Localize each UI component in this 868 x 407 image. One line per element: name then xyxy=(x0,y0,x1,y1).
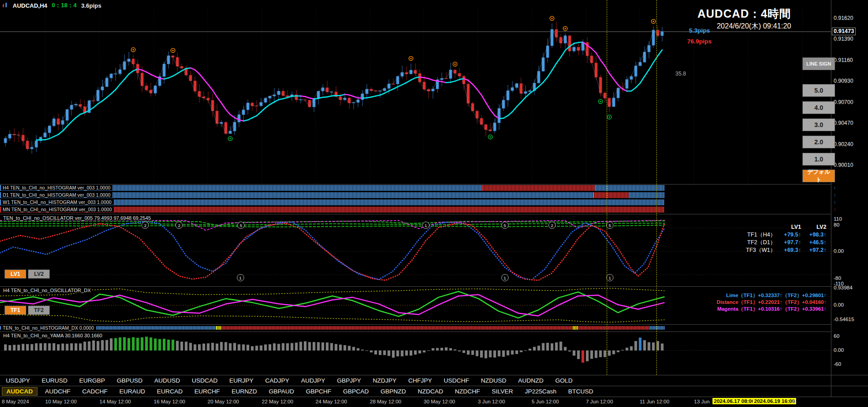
symbol-tab-gbpnzd[interactable]: GBPNZD xyxy=(375,388,412,395)
symbol-tab-eurcad[interactable]: EURCAD xyxy=(151,388,189,395)
price-axis-label: 0.90240 xyxy=(834,141,853,147)
chart-title: AUDCAD：4時間 xyxy=(698,6,791,21)
time-axis: 8 May 202410 May 12:0014 May 12:0016 May… xyxy=(0,397,868,407)
symbol-tab-gold[interactable]: GOLD xyxy=(549,377,578,384)
symbol-tab-gbpaud[interactable]: GBPAUD xyxy=(263,388,300,395)
symbol-tab-nzdcad[interactable]: NZDCAD xyxy=(412,388,449,395)
side-button-default[interactable]: デフォルト xyxy=(802,170,835,182)
symbol-tab-nzdchf[interactable]: NZDCHF xyxy=(449,388,486,395)
timeline-tail-label: 0 xyxy=(793,399,795,404)
indicator-axis-label: 60 xyxy=(834,333,840,339)
timeline-label: 10 May 12:00 xyxy=(45,399,77,404)
side-button-4-0[interactable]: 4.0 xyxy=(802,101,835,114)
symbol-tab-eurusd[interactable]: EURUSD xyxy=(36,377,73,384)
side-button-3-0[interactable]: 3.0 xyxy=(802,118,835,131)
side-button-1-0[interactable]: 1.0 xyxy=(802,153,835,166)
symbol-tab-silver[interactable]: SILVER xyxy=(486,388,519,395)
histogram-row-arrow: ↑ xyxy=(834,208,836,212)
indicator-axis-label: 0.00 xyxy=(834,302,844,308)
side-button-5-0[interactable]: 5.0 xyxy=(802,84,835,97)
symbol-tab-usdjpy[interactable]: USDJPY xyxy=(0,377,36,384)
timeline-label: 7 Jun 12:00 xyxy=(586,399,613,404)
panel-separator xyxy=(0,214,831,214)
symbol-tab-cadjpy[interactable]: CADJPY xyxy=(259,377,295,384)
cycle-number-badge: 5 xyxy=(237,222,245,229)
main-chart-panel: AUDCAD,H4 0：18：4 3.6pips AUDCAD：4時間 2024… xyxy=(0,0,831,184)
osc-lv2-button[interactable]: LV2 xyxy=(28,270,50,279)
symbol-tab-eurgbp[interactable]: EURGBP xyxy=(73,377,111,384)
dx-line-lime-wave xyxy=(0,292,665,318)
timeline-label: 30 May 12:00 xyxy=(424,399,455,404)
dx-line-upper-envelope xyxy=(0,289,665,296)
symbol-tab-usdcad[interactable]: USDCAD xyxy=(186,377,223,384)
symbol-tab-usdchf[interactable]: USDCHF xyxy=(438,377,475,384)
symbol-tab-audcad[interactable]: AUDCAD xyxy=(2,387,38,396)
oscillator-dx-title: H4 TEN_to_CHI_no_OSCILLATOR_DX xyxy=(2,288,92,293)
histogram-dx-segment xyxy=(650,326,665,330)
symbol-tab-btcusd[interactable]: BTCUSD xyxy=(562,388,599,395)
osc-tf-label: TF3（W1） xyxy=(729,246,776,254)
symbol-tab-gbpchf[interactable]: GBPCHF xyxy=(300,388,337,395)
timeline-label: 24 May 12:00 xyxy=(316,399,347,404)
symbol-tab-cadchf[interactable]: CADCHF xyxy=(76,388,113,395)
osc-line-blue-osc xyxy=(0,222,665,279)
symbol-tab-eurchf[interactable]: EURCHF xyxy=(189,388,226,395)
symbol-period-label: AUDCAD,H4 xyxy=(13,2,47,9)
spread-label: 3.6pips xyxy=(81,2,101,9)
histogram-dx-segment xyxy=(573,326,578,330)
yama-canvas[interactable] xyxy=(0,332,831,374)
cycle-number-badge: 1 xyxy=(501,274,509,281)
symbol-tab-audjpy[interactable]: AUDJPY xyxy=(295,377,331,384)
symbol-tab-nzdjpy[interactable]: NZDJPY xyxy=(367,377,402,384)
dx-tf2-button[interactable]: TF2 xyxy=(28,306,50,315)
dx-line-lower-envelope xyxy=(0,315,665,322)
histogram-dx-label: TEN_to_CHI_no_HISTOGRAM_DX 0.0000 xyxy=(1,325,96,331)
cycle-number-badge: 1 xyxy=(422,222,429,229)
timeline-label: 3 Jun 12:00 xyxy=(478,399,505,404)
histogram-row-label: D1 TEN_to_CHI_no_HISTOGRAM ver_003 1.000… xyxy=(1,192,112,198)
histogram-dx-segment xyxy=(222,326,573,330)
dx-tf1-button[interactable]: TF1 xyxy=(5,306,26,315)
osc-lv1-button[interactable]: LV1 xyxy=(5,270,26,279)
price-axis-label: 0.91160 xyxy=(834,57,853,63)
symbol-tab-gbpusd[interactable]: GBPUSD xyxy=(111,377,148,384)
timeline-label: 16 May 12:00 xyxy=(154,399,185,404)
side-button-line-sign[interactable]: LINE SIGN xyxy=(802,57,835,70)
pips-blue-label: 5.3pips xyxy=(689,27,710,34)
osc-table-row: TF2（D1）+97.7↑+46.5↑ xyxy=(729,239,826,246)
chart-header-left: AUDCAD,H4 0：18：4 3.6pips xyxy=(2,1,101,9)
indicator-axis-label: 110 xyxy=(834,216,842,222)
symbol-tab-nzdusd[interactable]: NZDUSD xyxy=(475,377,512,384)
oscillator-canvas[interactable] xyxy=(0,214,831,286)
vertical-date-line xyxy=(607,0,607,375)
symbol-tab-audchf[interactable]: AUDCHF xyxy=(39,388,76,395)
symbol-tab-euraud[interactable]: EURAUD xyxy=(113,388,151,395)
histogram-dx-segment xyxy=(578,326,650,330)
symbol-tab-chfjpy[interactable]: CHFJPY xyxy=(402,377,438,384)
oscillator-dx-canvas[interactable] xyxy=(0,287,831,324)
histogram-bars-segment xyxy=(629,192,665,198)
indicator-axis-label: 80 xyxy=(834,222,840,227)
symbol-tab-gbpcad[interactable]: GBPCAD xyxy=(337,388,375,395)
histogram-dx-segment xyxy=(216,326,222,330)
timeline-label: 13 Jun xyxy=(694,399,710,404)
symbol-tab-gbpjpy[interactable]: GBPJPY xyxy=(331,377,367,384)
indicator-axis-label: -80 xyxy=(834,275,841,281)
side-button-2-0[interactable]: 2.0 xyxy=(802,136,835,148)
symbol-tab-eurjpy[interactable]: EURJPY xyxy=(223,377,259,384)
dx-legend-line: Lime（TF1）+0.32337↑（TF2）+0.29801↑ xyxy=(726,292,826,299)
symbol-tab-audusd[interactable]: AUDUSD xyxy=(148,377,186,384)
symbol-tab-eurnzd[interactable]: EURNZD xyxy=(226,388,263,395)
histogram-row-h4: H4 TEN_to_CHI_no_HISTOGRAM ver_003 1.000… xyxy=(0,185,831,191)
osc-tf-value-lv1: +79.5↑ xyxy=(776,231,801,239)
price-axis-label: 0.90930 xyxy=(834,78,853,84)
symbol-tab-audnzd[interactable]: AUDNZD xyxy=(512,377,549,384)
price-axis-label: 0.91620 xyxy=(834,15,853,21)
indicator-axis-label: -60 xyxy=(834,361,841,367)
indicator-axis-label: 0.93984 xyxy=(834,285,853,290)
symbol-tab-jp225cash[interactable]: JP225Cash xyxy=(519,388,562,395)
osc-tf-value-lv1: +69.3↑ xyxy=(776,246,801,254)
vline-date-label: 2024.06.17 08:00 xyxy=(712,398,756,404)
cycle-number-badge: 1 xyxy=(237,274,244,281)
osc-tf-label: TF1（H4） xyxy=(729,231,776,239)
